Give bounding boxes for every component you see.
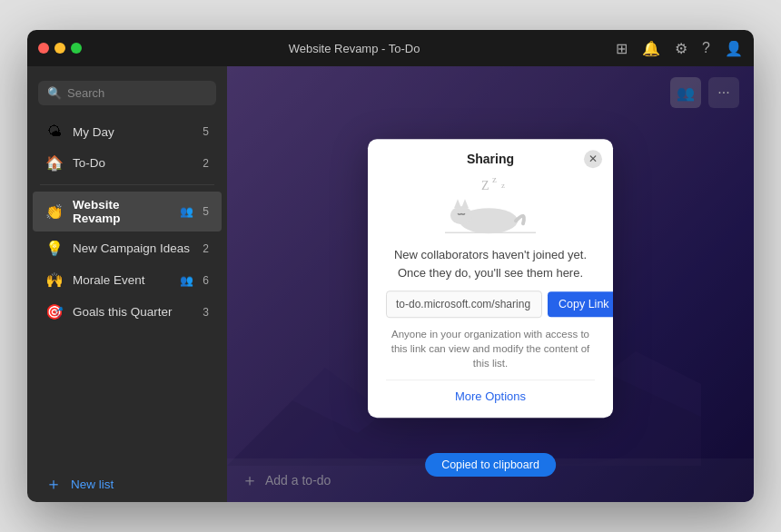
sharing-dialog: Sharing ✕ Z z z	[368, 139, 613, 418]
window-title: Website Revamp - To-Do	[93, 42, 616, 55]
gear-icon[interactable]: ⚙	[675, 40, 687, 57]
maximize-button[interactable]	[71, 43, 82, 54]
svg-marker-8	[461, 199, 469, 208]
dialog-description: New collaborators haven't joined yet. On…	[386, 246, 595, 281]
copy-link-button[interactable]: Copy Link	[548, 291, 613, 317]
sidebar-item-label: New Campaign Ideas	[73, 241, 193, 255]
sharing-link-input[interactable]	[386, 291, 542, 318]
sidebar-item-label: My Day	[73, 125, 193, 139]
share-icon-morale: 👥	[180, 274, 193, 287]
title-bar: Website Revamp - To-Do ⊞ 🔔 ⚙ ? 👤	[27, 30, 754, 66]
copied-toast: Copied to clipboard	[425, 453, 556, 477]
dialog-body: Z z z	[368, 166, 613, 418]
new-list-label: New list	[71, 478, 114, 491]
sidebar-badge-goals: 3	[203, 306, 209, 319]
svg-text:Z: Z	[481, 179, 489, 192]
svg-text:z: z	[501, 181, 505, 190]
share-icon-website: 👥	[180, 205, 193, 218]
sidebar-badge-morale: 6	[203, 274, 209, 287]
title-bar-icons: ⊞ 🔔 ⚙ ? 👤	[616, 40, 743, 57]
svg-marker-7	[454, 199, 461, 208]
sidebar-divider	[40, 184, 214, 185]
sidebar-item-label: To-Do	[73, 156, 193, 170]
sidebar-item-to-do[interactable]: 🏠 To-Do 2	[33, 148, 222, 178]
sidebar-item-campaign[interactable]: 💡 New Campaign Ideas 2	[33, 233, 222, 263]
help-icon[interactable]: ?	[702, 40, 710, 56]
minimize-button[interactable]	[54, 43, 65, 54]
app-window: Website Revamp - To-Do ⊞ 🔔 ⚙ ? 👤 🔍 Searc…	[27, 30, 754, 502]
dialog-footer-text: Anyone in your organization with access …	[386, 327, 595, 370]
sidebar-item-morale[interactable]: 🙌 Morale Event 👥 6	[33, 265, 222, 295]
sidebar-item-label: Morale Event	[73, 273, 169, 287]
sidebar-badge-website: 5	[203, 205, 209, 218]
dialog-link-row: Copy Link	[386, 291, 595, 318]
sidebar-item-website-revamp[interactable]: 👏 Website Revamp 👥 5	[33, 192, 222, 232]
dialog-divider	[386, 379, 595, 380]
dialog-header: Sharing ✕	[368, 139, 613, 166]
sidebar-item-my-day[interactable]: 🌤 My Day 5	[33, 117, 222, 146]
bell-icon[interactable]: 🔔	[642, 40, 660, 57]
my-day-icon: 🌤	[45, 123, 64, 140]
search-placeholder: Search	[67, 86, 104, 100]
plus-icon: ＋	[45, 473, 62, 495]
morale-icon: 🙌	[45, 271, 64, 289]
campaign-icon: 💡	[45, 240, 64, 257]
svg-point-6	[450, 206, 472, 224]
dialog-close-button[interactable]: ✕	[584, 150, 602, 168]
new-list-button[interactable]: ＋ New list	[33, 467, 222, 501]
grid-icon[interactable]: ⊞	[616, 40, 628, 57]
sleeping-cat-illustration: Z z z	[436, 173, 545, 237]
more-options-link[interactable]: More Options	[455, 389, 526, 403]
sidebar: 🔍 Search 🌤 My Day 5 🏠 To-Do 2 👏 Website …	[27, 66, 227, 502]
search-box[interactable]: 🔍 Search	[38, 81, 216, 105]
sidebar-item-label: Website Revamp	[73, 198, 169, 225]
sidebar-badge-to-do: 2	[203, 157, 209, 170]
sidebar-badge-my-day: 5	[203, 125, 209, 138]
close-button[interactable]	[38, 43, 49, 54]
avatar[interactable]: 👤	[725, 40, 743, 57]
traffic-lights	[38, 43, 82, 54]
main-content: 👥 ··· ＋ Add a to-do Sharing ✕	[227, 66, 754, 502]
sidebar-item-goals[interactable]: 🎯 Goals this Quarter 3	[33, 297, 222, 327]
to-do-icon: 🏠	[45, 154, 64, 172]
svg-text:z: z	[492, 173, 497, 184]
sidebar-item-label: Goals this Quarter	[73, 305, 193, 319]
sidebar-badge-campaign: 2	[203, 242, 209, 255]
app-body: 🔍 Search 🌤 My Day 5 🏠 To-Do 2 👏 Website …	[27, 66, 754, 502]
goals-icon: 🎯	[45, 303, 64, 320]
dialog-title: Sharing	[467, 152, 514, 166]
website-revamp-icon: 👏	[45, 203, 64, 221]
search-icon: 🔍	[47, 86, 62, 100]
